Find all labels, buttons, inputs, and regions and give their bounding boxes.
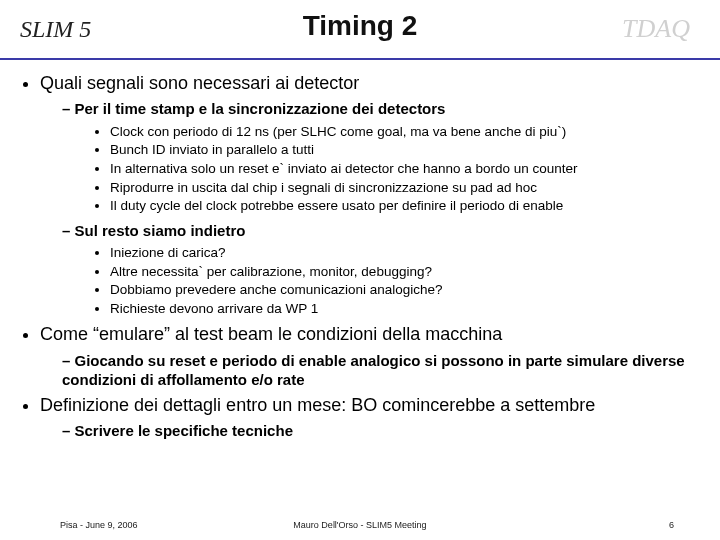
bullet-text: Altre necessita` per calibrazione, monit… bbox=[110, 264, 432, 279]
slide: SLIM 5 Timing 2 TDAQ Quali segnali sono … bbox=[0, 0, 720, 540]
bullet-item: Come “emulare” al test beam le condizion… bbox=[40, 323, 698, 389]
bullet-item: In alternativa solo un reset e` inviato … bbox=[110, 160, 698, 178]
bullet-item: Dobbiamo prevedere anche comunicazioni a… bbox=[110, 281, 698, 299]
bullet-text: Riprodurre in uscita dal chip i segnali … bbox=[110, 180, 537, 195]
bullet-text: Il duty cycle del clock potrebbe essere … bbox=[110, 198, 563, 213]
bullet-item: Richieste devono arrivare da WP 1 bbox=[110, 300, 698, 318]
bullet-item: Quali segnali sono necessari ai detector… bbox=[40, 72, 698, 317]
bullet-text: Clock con periodo di 12 ns (per SLHC com… bbox=[110, 124, 566, 139]
bullet-list-level1: Quali segnali sono necessari ai detector… bbox=[22, 72, 698, 441]
bullet-text: Richieste devono arrivare da WP 1 bbox=[110, 301, 318, 316]
bullet-text: Iniezione di carica? bbox=[110, 245, 226, 260]
bullet-list-level3: Iniezione di carica? Altre necessita` pe… bbox=[62, 244, 698, 317]
bullet-item: Per il time stamp e la sincronizzazione … bbox=[62, 99, 698, 214]
bullet-item: Iniezione di carica? bbox=[110, 244, 698, 262]
bullet-item: Il duty cycle del clock potrebbe essere … bbox=[110, 197, 698, 215]
bullet-item: Clock con periodo di 12 ns (per SLHC com… bbox=[110, 123, 698, 141]
header-group-label: TDAQ bbox=[622, 14, 690, 44]
bullet-text: Definizione dei dettagli entro un mese: … bbox=[40, 395, 595, 415]
bullet-text: Quali segnali sono necessari ai detector bbox=[40, 73, 359, 93]
footer-page-number: 6 bbox=[669, 520, 674, 530]
bullet-text: Per il time stamp e la sincronizzazione … bbox=[75, 100, 446, 117]
bullet-list-level2: Giocando su reset e periodo di enable an… bbox=[40, 351, 698, 390]
slide-footer: Pisa - June 9, 2006 Mauro Dell'Orso - SL… bbox=[0, 510, 720, 530]
bullet-list-level3: Clock con periodo di 12 ns (per SLHC com… bbox=[62, 123, 698, 215]
slide-header: SLIM 5 Timing 2 TDAQ bbox=[0, 0, 720, 60]
bullet-text: In alternativa solo un reset e` inviato … bbox=[110, 161, 578, 176]
bullet-text: Dobbiamo prevedere anche comunicazioni a… bbox=[110, 282, 442, 297]
bullet-text: Giocando su reset e periodo di enable an… bbox=[62, 352, 685, 389]
bullet-item: Giocando su reset e periodo di enable an… bbox=[62, 351, 698, 390]
bullet-item: Scrivere le specifiche tecniche bbox=[62, 421, 698, 441]
bullet-item: Definizione dei dettagli entro un mese: … bbox=[40, 394, 698, 441]
slide-content: Quali segnali sono necessari ai detector… bbox=[0, 60, 720, 441]
bullet-item: Bunch ID inviato in parallelo a tutti bbox=[110, 141, 698, 159]
slide-title: Timing 2 bbox=[0, 10, 720, 42]
bullet-text: Come “emulare” al test beam le condizion… bbox=[40, 324, 502, 344]
bullet-list-level2: Scrivere le specifiche tecniche bbox=[40, 421, 698, 441]
bullet-text: Sul resto siamo indietro bbox=[75, 222, 246, 239]
bullet-text: Scrivere le specifiche tecniche bbox=[75, 422, 293, 439]
bullet-item: Sul resto siamo indietro Iniezione di ca… bbox=[62, 221, 698, 318]
bullet-item: Altre necessita` per calibrazione, monit… bbox=[110, 263, 698, 281]
bullet-item: Riprodurre in uscita dal chip i segnali … bbox=[110, 179, 698, 197]
bullet-text: Bunch ID inviato in parallelo a tutti bbox=[110, 142, 314, 157]
bullet-list-level2: Per il time stamp e la sincronizzazione … bbox=[40, 99, 698, 317]
footer-author: Mauro Dell'Orso - SLIM5 Meeting bbox=[0, 520, 720, 530]
